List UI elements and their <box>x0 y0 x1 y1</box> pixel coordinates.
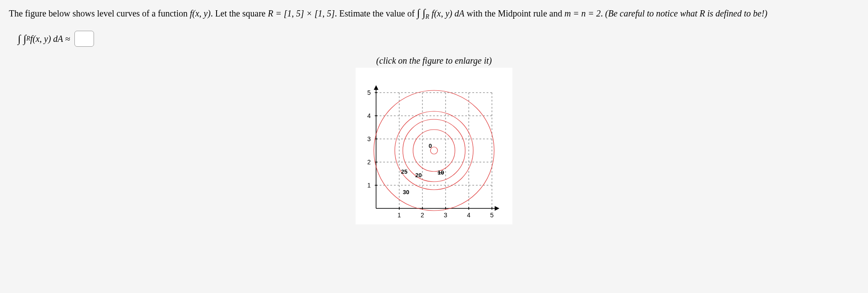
ans-integral-sym: ∫ ∫ <box>18 33 26 45</box>
q-mn-eq: m = n = 2 <box>565 8 601 18</box>
answer-line: ∫ ∫R f(x, y) dA ≈ <box>18 31 859 47</box>
q-integral-sym: ∫ ∫ <box>417 7 426 19</box>
svg-text:3: 3 <box>367 135 371 142</box>
svg-text:4: 4 <box>467 212 471 219</box>
tick-labels: 1 2 3 4 5 1 2 3 4 5 <box>367 89 494 219</box>
axis-ticks <box>375 93 492 210</box>
svg-point-37 <box>395 111 473 190</box>
svg-text:0: 0 <box>429 142 432 149</box>
svg-text:30: 30 <box>403 189 409 195</box>
svg-marker-13 <box>374 86 378 90</box>
ans-integral-body: f(x, y) dA ≈ <box>30 34 70 44</box>
svg-text:5: 5 <box>367 89 371 96</box>
figure-caption: (click on the figure to enlarge it) <box>9 56 859 66</box>
figure-area: (click on the figure to enlarge it) <box>9 56 859 227</box>
svg-point-36 <box>403 119 465 182</box>
q-part2: . Let the square <box>211 8 268 18</box>
svg-point-38 <box>374 90 494 211</box>
q-integral-body: f(x, y) dA <box>431 8 464 18</box>
q-note: (Be careful to notice what R is defined … <box>605 8 767 18</box>
svg-text:4: 4 <box>367 112 371 119</box>
level-curves-plot: 1 2 3 4 5 1 2 3 4 5 0 1 <box>358 70 505 222</box>
svg-text:3: 3 <box>444 212 447 219</box>
level-curves <box>374 90 494 211</box>
svg-text:2: 2 <box>421 212 424 219</box>
figure-container[interactable]: 1 2 3 4 5 1 2 3 4 5 0 1 <box>356 68 512 224</box>
grid-lines <box>376 93 492 208</box>
question-text: The figure below shows level curves of a… <box>9 4 859 22</box>
ans-integral-sub: R <box>26 35 30 42</box>
svg-marker-11 <box>495 207 499 210</box>
svg-text:1: 1 <box>367 182 371 189</box>
q-fxy: f(x, y) <box>190 8 211 18</box>
svg-text:2: 2 <box>367 159 371 166</box>
q-part3: . Estimate the value of <box>335 8 417 18</box>
answer-input[interactable] <box>74 31 94 47</box>
svg-text:1: 1 <box>397 212 401 219</box>
q-integral-sub: R <box>426 13 430 20</box>
svg-text:5: 5 <box>490 212 494 219</box>
svg-point-35 <box>413 130 455 171</box>
q-part4: with the Midpoint rule and <box>467 8 564 18</box>
q-part5: . <box>601 8 605 18</box>
q-part1: The figure below shows level curves of a… <box>9 8 190 18</box>
q-R-eq: R = [1, 5] × [1, 5] <box>268 8 335 18</box>
svg-text:10: 10 <box>438 169 444 176</box>
svg-text:20: 20 <box>415 172 422 179</box>
svg-text:25: 25 <box>401 168 407 175</box>
